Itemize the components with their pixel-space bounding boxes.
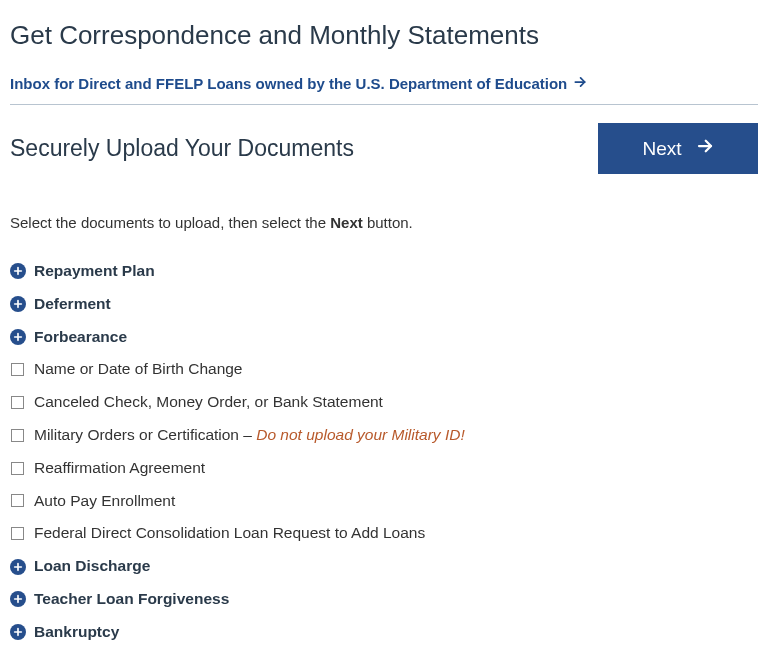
- list-item: Name or Date of Birth Change: [10, 353, 758, 386]
- inbox-link-text: Inbox for Direct and FFELP Loans owned b…: [10, 75, 567, 92]
- next-button-label: Next: [642, 138, 681, 160]
- list-item: Reaffirmation Agreement: [10, 452, 758, 485]
- expand-icon[interactable]: [10, 296, 26, 312]
- checkbox-label-text: Name or Date of Birth Change: [34, 360, 243, 377]
- instruction-prefix: Select the documents to upload, then sel…: [10, 214, 330, 231]
- list-item: Bankruptcy: [10, 616, 758, 647]
- checkbox[interactable]: [11, 527, 24, 540]
- list-item: Forbearance: [10, 321, 758, 354]
- checkbox-label-text: Canceled Check, Money Order, or Bank Sta…: [34, 393, 383, 410]
- expand-icon[interactable]: [10, 329, 26, 345]
- checkbox[interactable]: [11, 494, 24, 507]
- instruction-text: Select the documents to upload, then sel…: [10, 214, 758, 231]
- checkbox[interactable]: [11, 363, 24, 376]
- checkbox-label-text: Military Orders or Certification: [34, 426, 239, 443]
- inbox-link[interactable]: Inbox for Direct and FFELP Loans owned b…: [10, 75, 587, 92]
- list-item: Repayment Plan: [10, 255, 758, 288]
- expand-icon[interactable]: [10, 263, 26, 279]
- checkbox-label[interactable]: Auto Pay Enrollment: [34, 489, 175, 514]
- checkbox[interactable]: [11, 462, 24, 475]
- checkbox[interactable]: [11, 396, 24, 409]
- document-list: Repayment PlanDefermentForbearanceName o…: [10, 255, 758, 647]
- list-item: Deferment: [10, 288, 758, 321]
- checkbox-label-text: Auto Pay Enrollment: [34, 492, 175, 509]
- list-item: Loan Discharge: [10, 550, 758, 583]
- instruction-suffix: button.: [363, 214, 413, 231]
- checkbox-label-text: Reaffirmation Agreement: [34, 459, 205, 476]
- checkbox[interactable]: [11, 429, 24, 442]
- list-item: Canceled Check, Money Order, or Bank Sta…: [10, 386, 758, 419]
- page-title: Get Correspondence and Monthly Statement…: [10, 20, 758, 51]
- list-item: Auto Pay Enrollment: [10, 485, 758, 518]
- expand-icon[interactable]: [10, 591, 26, 607]
- list-item: Teacher Loan Forgiveness: [10, 583, 758, 616]
- next-button-top[interactable]: Next: [598, 123, 758, 174]
- checkbox-label[interactable]: Canceled Check, Money Order, or Bank Sta…: [34, 390, 383, 415]
- list-item: Federal Direct Consolidation Loan Reques…: [10, 517, 758, 550]
- category-label[interactable]: Forbearance: [34, 325, 127, 350]
- category-label[interactable]: Loan Discharge: [34, 554, 150, 579]
- category-label[interactable]: Teacher Loan Forgiveness: [34, 587, 229, 612]
- checkbox-label[interactable]: Name or Date of Birth Change: [34, 357, 243, 382]
- upload-section-title: Securely Upload Your Documents: [10, 135, 354, 162]
- checkbox-label[interactable]: Military Orders or Certification – Do no…: [34, 423, 465, 448]
- expand-icon[interactable]: [10, 624, 26, 640]
- warning-note: Do not upload your Military ID!: [256, 426, 464, 443]
- category-label[interactable]: Deferment: [34, 292, 111, 317]
- arrow-right-icon: [573, 75, 587, 92]
- section-divider: [10, 104, 758, 105]
- instruction-emphasis: Next: [330, 214, 363, 231]
- checkbox-label[interactable]: Federal Direct Consolidation Loan Reques…: [34, 521, 425, 546]
- category-label[interactable]: Bankruptcy: [34, 620, 119, 645]
- checkbox-label[interactable]: Reaffirmation Agreement: [34, 456, 205, 481]
- expand-icon[interactable]: [10, 559, 26, 575]
- note-separator: –: [239, 426, 256, 443]
- checkbox-label-text: Federal Direct Consolidation Loan Reques…: [34, 524, 425, 541]
- category-label[interactable]: Repayment Plan: [34, 259, 155, 284]
- list-item: Military Orders or Certification – Do no…: [10, 419, 758, 452]
- upload-header-row: Securely Upload Your Documents Next: [10, 123, 758, 174]
- arrow-right-icon: [696, 137, 714, 160]
